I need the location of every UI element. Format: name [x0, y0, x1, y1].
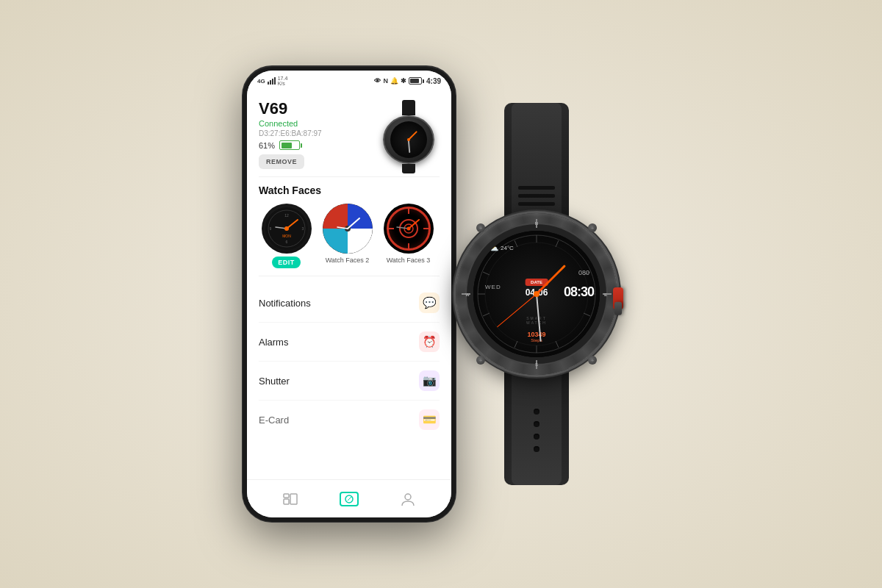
watch-face-circle-3 [384, 204, 434, 254]
watch-face-circle-2 [323, 204, 373, 254]
remove-button[interactable]: REMOVE [259, 154, 304, 169]
watch-face-item-2[interactable]: Watch Faces 2 [320, 204, 375, 268]
divider-1 [259, 176, 440, 177]
signal-bar-2 [270, 80, 271, 85]
band-slot-2 [518, 194, 555, 198]
watch-body: N S W E [456, 213, 617, 375]
band-hole-2 [534, 421, 539, 427]
face3-preview [384, 204, 434, 254]
nfc-icon: N [383, 77, 388, 85]
watch-face-circle-1: 12 6 9 3 MON [262, 204, 312, 254]
ecard-menu-item[interactable]: E-Card 💳 [259, 401, 440, 439]
center-dot [534, 291, 539, 297]
ecard-label: E-Card [259, 415, 289, 426]
battery-fill [410, 79, 419, 83]
shutter-label: Shutter [259, 376, 290, 387]
edit-badge[interactable]: EDIT [272, 257, 301, 268]
svg-text:9: 9 [269, 226, 271, 231]
face3-svg [384, 204, 434, 254]
device-header: V69 Connected D3:27:E6:BA:87:97 61% REMO… [259, 100, 440, 169]
band-hole-3 [534, 434, 539, 440]
notifications-icon: 💬 [419, 293, 440, 313]
svg-point-4 [284, 226, 289, 231]
network-icon: 4G [257, 78, 265, 85]
screw-bottom-left [476, 356, 485, 365]
smartwatch-container: N S W E [434, 103, 639, 485]
battery-percent: 61% [259, 141, 275, 150]
phone: 4G 17.4 K/s 👁 N 🔔 ✱ [243, 66, 456, 522]
watch-face-2-label: Watch Faces 2 [326, 257, 370, 264]
steps-count: 10349 [527, 331, 545, 338]
small-minute-hand [408, 140, 410, 153]
small-center-dot [407, 138, 410, 141]
divider-2 [259, 276, 440, 276]
watch-face-item-1[interactable]: 12 6 9 3 MON EDIT [259, 204, 314, 268]
watch-text: WATCH [526, 320, 547, 325]
watch-face-item-3[interactable]: Watch Faces 3 [381, 204, 436, 268]
profile-icon [400, 491, 416, 507]
eye-icon: 👁 [374, 77, 381, 85]
notifications-menu-item[interactable]: Notifications 💬 [259, 284, 440, 323]
small-watch-hands [394, 125, 423, 154]
screw-top-left [476, 223, 485, 232]
nav-profile[interactable] [391, 488, 425, 510]
band-hole-4 [534, 446, 539, 452]
phone-content: V69 Connected D3:27:E6:BA:87:97 61% REMO… [247, 91, 451, 479]
brand-label: SMART WATCH [526, 316, 547, 325]
svg-text:N: N [535, 221, 538, 226]
svg-line-26 [349, 497, 351, 499]
mac-address: D3:27:E6:BA:87:97 [259, 129, 322, 137]
status-bar: 4G 17.4 K/s 👁 N 🔔 ✱ [247, 71, 451, 91]
device-name: V69 [259, 100, 322, 118]
signal-bar-1 [268, 82, 269, 85]
svg-text:6: 6 [285, 240, 287, 244]
temperature: 24°C [501, 245, 514, 251]
alarms-icon: ⏰ [419, 331, 440, 352]
screw-top-right [588, 223, 597, 232]
nav-device[interactable] [331, 489, 368, 509]
steps-area: 10349 Steps [527, 331, 545, 343]
svg-text:E: E [604, 293, 607, 297]
connection-status: Connected [259, 119, 322, 128]
device-nav-icon [340, 492, 359, 506]
band-top [504, 103, 569, 220]
small-watch-body [383, 115, 434, 164]
watch-display: ⛅ 24°C WED 080 08:30 [473, 231, 600, 357]
svg-text:S: S [535, 362, 538, 367]
device-info: V69 Connected D3:27:E6:BA:87:97 61% REMO… [259, 100, 322, 169]
svg-rect-22 [284, 494, 289, 498]
svg-line-11 [348, 218, 359, 229]
crown-small [614, 302, 622, 315]
watch-faces-title: Watch Faces [259, 184, 440, 196]
shutter-menu-item[interactable]: Shutter 📷 [259, 362, 440, 401]
weather-area: ⛅ 24°C [490, 244, 514, 252]
alarms-menu-item[interactable]: Alarms ⏰ [259, 323, 440, 362]
small-watch-face [390, 121, 427, 158]
notifications-label: Notifications [259, 298, 311, 309]
signal-bars [268, 77, 276, 85]
watch-bezel: N S W E [456, 213, 617, 375]
device-battery-bar [279, 140, 300, 150]
time-display-watch: 08:30 [564, 285, 594, 298]
svg-line-27 [348, 499, 349, 501]
compass-value: 080 [578, 269, 589, 276]
svg-text:3: 3 [301, 226, 304, 231]
svg-point-21 [406, 227, 410, 231]
scene: 4G 17.4 K/s 👁 N 🔔 ✱ [243, 66, 639, 522]
band-top-slots [518, 186, 555, 206]
signal-bar-4 [274, 77, 276, 85]
svg-rect-23 [284, 499, 289, 504]
nav-home[interactable] [273, 490, 307, 509]
screw-bottom-right [588, 356, 597, 365]
shutter-icon: 📷 [419, 370, 440, 391]
face1-preview: 12 6 9 3 MON [265, 207, 309, 251]
weather-icon: ⛅ [490, 244, 498, 252]
svg-text:MON: MON [282, 234, 291, 238]
svg-point-28 [405, 494, 411, 500]
svg-text:12: 12 [284, 213, 289, 218]
band-hole-1 [534, 409, 539, 415]
digital-time: 08:30 [564, 285, 594, 298]
small-strap-bottom [402, 164, 415, 173]
face2-svg [323, 204, 373, 254]
watch-faces-list: 12 6 9 3 MON EDIT [259, 204, 440, 268]
